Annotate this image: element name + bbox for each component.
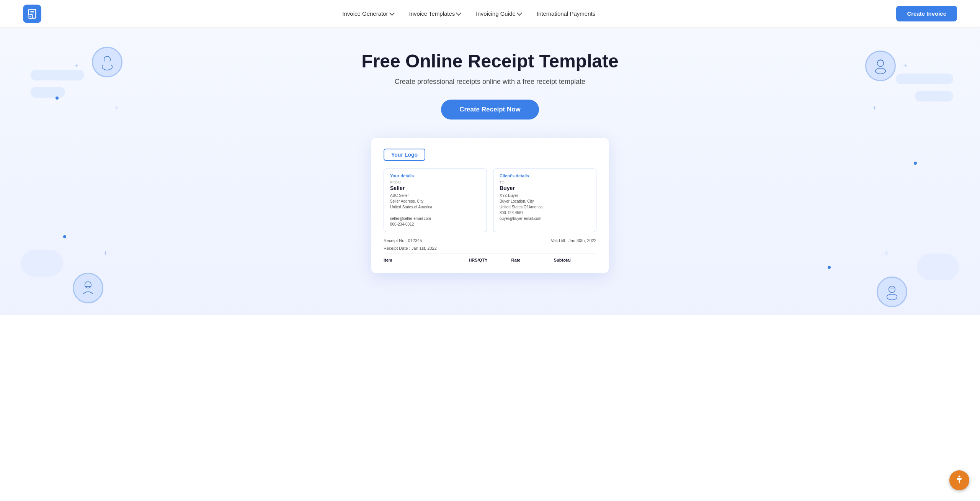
hero-title: Free Online Receipt Template	[361, 51, 618, 72]
blob-decoration	[917, 254, 959, 280]
nav-international-payments[interactable]: International Payments	[537, 10, 595, 17]
hero-subtitle: Create professional receipts online with…	[395, 78, 585, 86]
avatar-decoration	[73, 273, 103, 303]
pill-decoration	[31, 87, 65, 98]
receipt-meta: Receipt No : 012345 Valid till : Jan 30t…	[384, 238, 596, 243]
svg-point-14	[889, 286, 895, 293]
receipt-card: Your Logo Your details FROM Seller ABC S…	[371, 138, 609, 273]
client-details-box: Client's details TO Buyer XYZ Buyer Buye…	[493, 169, 596, 232]
navbar: Invoice Generator Invoice Templates Invo…	[0, 0, 980, 28]
buyer-info: XYZ Buyer Buyer Location, City United St…	[500, 193, 590, 221]
nav-invoicing-guide[interactable]: Invoicing Guide	[476, 10, 521, 17]
create-receipt-button[interactable]: Create Receipt Now	[441, 100, 539, 120]
your-details-title: Your details	[390, 174, 480, 178]
chevron-icon	[456, 10, 461, 16]
your-details-box: Your details FROM Seller ABC Seller Sell…	[384, 169, 487, 232]
svg-point-7	[104, 56, 111, 63]
receipt-date: Receipt Date : Jan 1st, 2022	[384, 246, 437, 250]
svg-point-8	[102, 64, 113, 70]
plus-decoration: +	[103, 249, 108, 257]
avatar-decoration	[877, 277, 907, 307]
receipt-details-row: Your details FROM Seller ABC Seller Sell…	[384, 169, 596, 232]
logo[interactable]	[23, 5, 41, 23]
buyer-name: Buyer	[500, 185, 590, 191]
svg-point-10	[85, 282, 91, 288]
seller-info: ABC Seller Seller Address, City United S…	[390, 193, 480, 227]
nav-invoice-templates[interactable]: Invoice Templates	[409, 10, 461, 17]
plus-decoration: +	[75, 62, 79, 70]
chevron-icon	[517, 10, 522, 16]
to-label: TO	[500, 180, 590, 184]
seller-name: Seller	[390, 185, 480, 191]
dot-decoration	[828, 266, 831, 269]
avatar-decoration	[865, 51, 896, 81]
receipt-no: Receipt No : 012345	[384, 238, 422, 243]
receipt-logo: Your Logo	[384, 149, 425, 161]
nav-links: Invoice Generator Invoice Templates Invo…	[41, 10, 896, 17]
pill-decoration	[915, 91, 953, 102]
client-details-title: Client's details	[500, 174, 590, 178]
dot-decoration	[63, 235, 66, 238]
from-label: FROM	[390, 180, 480, 184]
svg-point-12	[877, 60, 884, 67]
plus-decoration: +	[903, 62, 907, 70]
blob-decoration	[21, 250, 63, 277]
create-invoice-button[interactable]: Create Invoice	[896, 6, 957, 21]
plus-decoration: +	[884, 249, 888, 257]
logo-icon	[27, 8, 38, 19]
svg-rect-9	[103, 61, 111, 66]
plus-decoration: +	[115, 104, 119, 112]
pill-decoration	[31, 70, 84, 80]
receipt-table-header: Item HRS/QTY Rate Subtotal	[384, 254, 596, 262]
dot-decoration	[914, 162, 917, 165]
nav-invoice-generator[interactable]: Invoice Generator	[342, 10, 394, 17]
pill-decoration	[896, 74, 953, 84]
svg-point-15	[887, 294, 897, 300]
avatar-decoration	[92, 47, 122, 77]
receipt-preview: Your Logo Your details FROM Seller ABC S…	[371, 138, 609, 273]
svg-point-13	[875, 68, 886, 74]
valid-till: Valid till : Jan 30th, 2022	[551, 238, 596, 243]
chevron-icon	[389, 10, 394, 16]
hero-section: + + + + + +	[0, 28, 980, 315]
svg-rect-4	[28, 15, 33, 18]
dot-decoration	[56, 97, 59, 100]
receipt-date-row: Receipt Date : Jan 1st, 2022	[384, 246, 596, 250]
plus-decoration: +	[872, 104, 877, 112]
